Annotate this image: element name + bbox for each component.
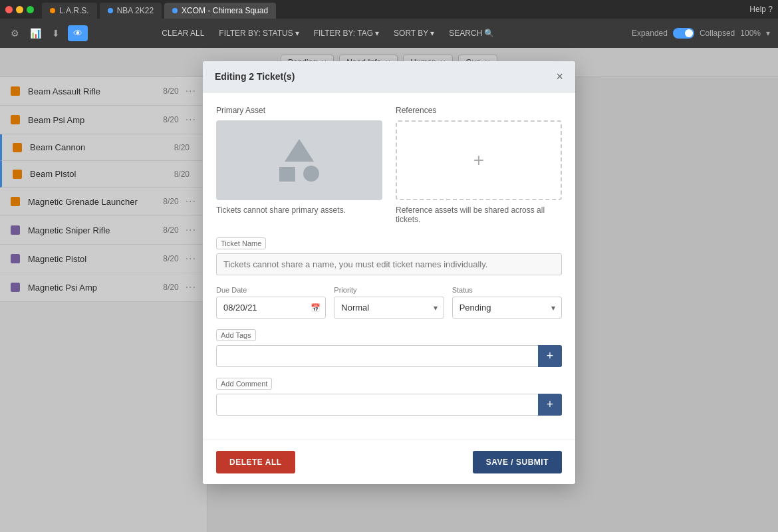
modal-header: Editing 2 Ticket(s) ×	[203, 61, 575, 92]
zoom-level: 100%	[740, 29, 761, 38]
status-select-wrapper: Pending Need Info In Progress Done	[452, 297, 562, 319]
asset-row: Primary Asset Tickets cannot share prima…	[216, 106, 562, 224]
filter-status-button[interactable]: FILTER BY: STATUS ▾	[213, 26, 304, 41]
toolbar-right: Expanded Collapsed 100% ▾	[632, 28, 770, 39]
ticket-name-input[interactable]	[216, 253, 562, 275]
tab-indicator-nba2k22	[108, 8, 113, 13]
tab-indicator-lars	[50, 8, 55, 13]
tab-indicator-xcom	[172, 8, 178, 13]
priority-select-wrapper: Low Normal High Critical	[334, 297, 444, 319]
modal-overlay: Editing 2 Ticket(s) × Primary Asset	[0, 48, 778, 532]
ticket-name-label: Ticket Name	[216, 237, 266, 249]
fields-row: Due Date Priority Low Normal High	[216, 286, 562, 319]
maximize-window-button[interactable]	[27, 6, 34, 13]
minimize-window-button[interactable]	[16, 6, 23, 13]
due-date-wrapper	[216, 297, 326, 319]
status-select[interactable]: Pending Need Info In Progress Done	[452, 297, 562, 319]
settings-icon[interactable]: ⚙	[8, 25, 22, 41]
svg-point-2	[303, 166, 319, 182]
chart-icon[interactable]: 📊	[27, 25, 44, 41]
add-tags-input[interactable]	[216, 345, 562, 367]
modal-title: Editing 2 Ticket(s)	[215, 71, 295, 82]
tab-lars-label: L.A.R.S.	[59, 6, 89, 15]
priority-select[interactable]: Low Normal High Critical	[334, 297, 444, 319]
due-date-input[interactable]	[216, 297, 326, 319]
top-bar: L.A.R.S. NBA 2K22 XCOM - Chimera Squad H…	[0, 0, 778, 19]
add-tags-plus-button[interactable]: +	[538, 345, 562, 367]
edit-tickets-modal: Editing 2 Ticket(s) × Primary Asset	[203, 61, 575, 484]
add-comment-input-wrapper: +	[216, 394, 562, 416]
tab-xcom[interactable]: XCOM - Chimera Squad	[164, 3, 276, 19]
zoom-chevron-icon[interactable]: ▾	[766, 29, 770, 38]
modal-body: Primary Asset Tickets cannot share prima…	[203, 92, 575, 440]
toggle-thumb	[685, 29, 693, 37]
filter-status-chevron-icon: ▾	[295, 29, 299, 38]
primary-asset-section: Primary Asset Tickets cannot share prima…	[216, 106, 382, 224]
clear-all-button[interactable]: CLEAR ALL	[156, 26, 209, 41]
sort-by-label: SORT BY	[394, 29, 428, 38]
filter-status-label: FILTER BY: STATUS	[219, 29, 293, 38]
references-note: Reference assets will be shared across a…	[396, 205, 562, 224]
help-button[interactable]: Help ?	[749, 5, 773, 14]
filter-tag-button[interactable]: FILTER BY: TAG ▾	[309, 26, 384, 41]
due-date-field: Due Date	[216, 286, 326, 319]
add-reference-icon: +	[473, 151, 484, 170]
search-button[interactable]: SEARCH 🔍	[444, 26, 499, 41]
add-comment-label: Add Comment	[216, 378, 272, 390]
add-comment-plus-button[interactable]: +	[538, 394, 562, 416]
save-submit-button[interactable]: SAVE / SUBMIT	[473, 451, 562, 473]
status-label: Status	[452, 286, 562, 294]
svg-rect-1	[279, 167, 295, 182]
primary-asset-preview	[216, 120, 382, 200]
add-comment-field-group: Add Comment +	[216, 378, 562, 416]
delete-all-button[interactable]: DELETE ALL	[216, 451, 295, 473]
expanded-collapsed-toggle[interactable]	[673, 28, 694, 39]
sort-by-button[interactable]: SORT BY ▾	[388, 26, 440, 41]
toggle-switch[interactable]	[673, 28, 694, 39]
primary-asset-note: Tickets cannot share primary assets.	[216, 205, 382, 215]
priority-label: Priority	[334, 286, 444, 294]
references-label: References	[396, 106, 562, 115]
tab-nba2k22-label: NBA 2K22	[117, 6, 154, 15]
priority-field: Priority Low Normal High Critical	[334, 286, 444, 319]
svg-marker-0	[285, 139, 314, 162]
primary-asset-label: Primary Asset	[216, 106, 382, 115]
search-label: SEARCH	[449, 29, 482, 38]
collapsed-label: Collapsed	[700, 29, 735, 38]
asset-placeholder-icon	[273, 134, 326, 187]
references-section: References + Reference assets will be sh…	[396, 106, 562, 224]
tab-xcom-label: XCOM - Chimera Squad	[182, 6, 268, 15]
add-reference-button[interactable]: +	[396, 120, 562, 200]
modal-footer: DELETE ALL SAVE / SUBMIT	[203, 440, 575, 484]
modal-close-button[interactable]: ×	[556, 70, 563, 82]
window-controls	[5, 6, 34, 13]
tab-nba2k22[interactable]: NBA 2K22	[100, 3, 162, 19]
sort-by-chevron-icon: ▾	[430, 29, 434, 38]
search-icon: 🔍	[484, 29, 494, 38]
filter-tag-chevron-icon: ▾	[375, 29, 379, 38]
add-tags-field-group: Add Tags +	[216, 329, 562, 367]
due-date-label: Due Date	[216, 286, 326, 294]
add-comment-input[interactable]	[216, 394, 562, 416]
download-icon[interactable]: ⬇	[49, 25, 63, 41]
tab-lars[interactable]: L.A.R.S.	[42, 3, 97, 19]
toolbar-center: CLEAR ALL FILTER BY: STATUS ▾ FILTER BY:…	[156, 26, 499, 41]
add-tags-label: Add Tags	[216, 329, 256, 341]
ticket-name-field-group: Ticket Name	[216, 237, 562, 275]
toolbar: ⚙ 📊 ⬇ 👁 CLEAR ALL FILTER BY: STATUS ▾ FI…	[0, 19, 778, 48]
close-window-button[interactable]	[5, 6, 13, 13]
status-field: Status Pending Need Info In Progress Don…	[452, 286, 562, 319]
filter-tag-label: FILTER BY: TAG	[314, 29, 373, 38]
add-tags-input-wrapper: +	[216, 345, 562, 367]
expanded-label: Expanded	[632, 29, 668, 38]
view-icon[interactable]: 👁	[68, 25, 88, 41]
main-content: Beam Assault Rifle 8/20 ··· Beam Psi Amp…	[0, 77, 778, 532]
